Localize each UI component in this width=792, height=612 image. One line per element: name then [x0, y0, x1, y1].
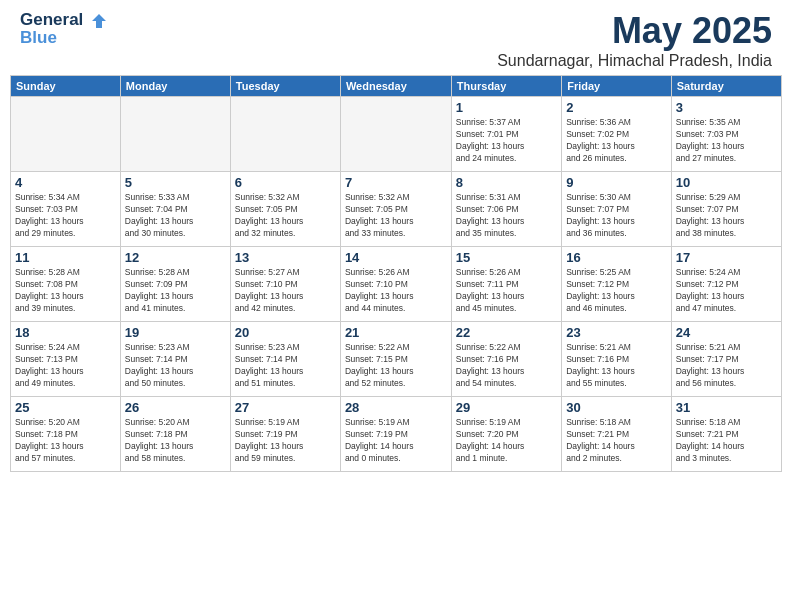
header: General Blue May 2025 Sundarnagar, Himac… — [0, 0, 792, 75]
calendar-cell: 7Sunrise: 5:32 AMSunset: 7:05 PMDaylight… — [340, 172, 451, 247]
day-info: Sunrise: 5:36 AMSunset: 7:02 PMDaylight:… — [566, 117, 667, 165]
calendar-cell: 13Sunrise: 5:27 AMSunset: 7:10 PMDayligh… — [230, 247, 340, 322]
calendar-cell: 4Sunrise: 5:34 AMSunset: 7:03 PMDaylight… — [11, 172, 121, 247]
logo-text: General Blue — [20, 10, 108, 49]
day-info: Sunrise: 5:22 AMSunset: 7:16 PMDaylight:… — [456, 342, 557, 390]
calendar-cell: 25Sunrise: 5:20 AMSunset: 7:18 PMDayligh… — [11, 397, 121, 472]
calendar-cell: 22Sunrise: 5:22 AMSunset: 7:16 PMDayligh… — [451, 322, 561, 397]
day-info: Sunrise: 5:32 AMSunset: 7:05 PMDaylight:… — [345, 192, 447, 240]
col-thursday: Thursday — [451, 76, 561, 97]
day-info: Sunrise: 5:18 AMSunset: 7:21 PMDaylight:… — [566, 417, 667, 465]
calendar-cell: 6Sunrise: 5:32 AMSunset: 7:05 PMDaylight… — [230, 172, 340, 247]
calendar-cell: 23Sunrise: 5:21 AMSunset: 7:16 PMDayligh… — [562, 322, 672, 397]
calendar-cell: 9Sunrise: 5:30 AMSunset: 7:07 PMDaylight… — [562, 172, 672, 247]
day-number: 26 — [125, 400, 226, 415]
day-number: 11 — [15, 250, 116, 265]
day-number: 8 — [456, 175, 557, 190]
calendar-cell: 10Sunrise: 5:29 AMSunset: 7:07 PMDayligh… — [671, 172, 781, 247]
calendar-cell: 26Sunrise: 5:20 AMSunset: 7:18 PMDayligh… — [120, 397, 230, 472]
day-info: Sunrise: 5:20 AMSunset: 7:18 PMDaylight:… — [15, 417, 116, 465]
day-info: Sunrise: 5:27 AMSunset: 7:10 PMDaylight:… — [235, 267, 336, 315]
location: Sundarnagar, Himachal Pradesh, India — [497, 52, 772, 70]
calendar-cell: 16Sunrise: 5:25 AMSunset: 7:12 PMDayligh… — [562, 247, 672, 322]
day-number: 2 — [566, 100, 667, 115]
calendar-cell: 21Sunrise: 5:22 AMSunset: 7:15 PMDayligh… — [340, 322, 451, 397]
logo: General Blue — [20, 10, 108, 49]
day-info: Sunrise: 5:19 AMSunset: 7:20 PMDaylight:… — [456, 417, 557, 465]
col-saturday: Saturday — [671, 76, 781, 97]
day-number: 17 — [676, 250, 777, 265]
calendar-cell: 8Sunrise: 5:31 AMSunset: 7:06 PMDaylight… — [451, 172, 561, 247]
day-number: 23 — [566, 325, 667, 340]
day-info: Sunrise: 5:30 AMSunset: 7:07 PMDaylight:… — [566, 192, 667, 240]
col-wednesday: Wednesday — [340, 76, 451, 97]
calendar-week-row-3: 11Sunrise: 5:28 AMSunset: 7:08 PMDayligh… — [11, 247, 782, 322]
day-number: 25 — [15, 400, 116, 415]
calendar-table: Sunday Monday Tuesday Wednesday Thursday… — [10, 75, 782, 472]
calendar-cell: 15Sunrise: 5:26 AMSunset: 7:11 PMDayligh… — [451, 247, 561, 322]
calendar-cell: 11Sunrise: 5:28 AMSunset: 7:08 PMDayligh… — [11, 247, 121, 322]
calendar-cell: 30Sunrise: 5:18 AMSunset: 7:21 PMDayligh… — [562, 397, 672, 472]
calendar-cell: 20Sunrise: 5:23 AMSunset: 7:14 PMDayligh… — [230, 322, 340, 397]
day-info: Sunrise: 5:23 AMSunset: 7:14 PMDaylight:… — [235, 342, 336, 390]
day-info: Sunrise: 5:33 AMSunset: 7:04 PMDaylight:… — [125, 192, 226, 240]
day-number: 5 — [125, 175, 226, 190]
calendar-cell: 12Sunrise: 5:28 AMSunset: 7:09 PMDayligh… — [120, 247, 230, 322]
calendar-cell — [340, 97, 451, 172]
calendar-cell: 5Sunrise: 5:33 AMSunset: 7:04 PMDaylight… — [120, 172, 230, 247]
day-number: 16 — [566, 250, 667, 265]
day-number: 6 — [235, 175, 336, 190]
calendar-cell: 17Sunrise: 5:24 AMSunset: 7:12 PMDayligh… — [671, 247, 781, 322]
day-info: Sunrise: 5:31 AMSunset: 7:06 PMDaylight:… — [456, 192, 557, 240]
calendar-header-row: Sunday Monday Tuesday Wednesday Thursday… — [11, 76, 782, 97]
day-number: 9 — [566, 175, 667, 190]
day-number: 18 — [15, 325, 116, 340]
day-info: Sunrise: 5:24 AMSunset: 7:13 PMDaylight:… — [15, 342, 116, 390]
day-number: 22 — [456, 325, 557, 340]
day-info: Sunrise: 5:19 AMSunset: 7:19 PMDaylight:… — [235, 417, 336, 465]
day-number: 10 — [676, 175, 777, 190]
calendar-week-row-4: 18Sunrise: 5:24 AMSunset: 7:13 PMDayligh… — [11, 322, 782, 397]
day-number: 15 — [456, 250, 557, 265]
day-number: 21 — [345, 325, 447, 340]
calendar-cell: 1Sunrise: 5:37 AMSunset: 7:01 PMDaylight… — [451, 97, 561, 172]
day-info: Sunrise: 5:20 AMSunset: 7:18 PMDaylight:… — [125, 417, 226, 465]
day-info: Sunrise: 5:34 AMSunset: 7:03 PMDaylight:… — [15, 192, 116, 240]
day-number: 1 — [456, 100, 557, 115]
day-info: Sunrise: 5:26 AMSunset: 7:11 PMDaylight:… — [456, 267, 557, 315]
month-title: May 2025 — [497, 10, 772, 52]
day-number: 27 — [235, 400, 336, 415]
calendar-cell: 29Sunrise: 5:19 AMSunset: 7:20 PMDayligh… — [451, 397, 561, 472]
day-info: Sunrise: 5:24 AMSunset: 7:12 PMDaylight:… — [676, 267, 777, 315]
calendar-cell — [230, 97, 340, 172]
day-info: Sunrise: 5:32 AMSunset: 7:05 PMDaylight:… — [235, 192, 336, 240]
day-number: 29 — [456, 400, 557, 415]
page-container: General Blue May 2025 Sundarnagar, Himac… — [0, 0, 792, 472]
calendar-week-row-1: 1Sunrise: 5:37 AMSunset: 7:01 PMDaylight… — [11, 97, 782, 172]
day-info: Sunrise: 5:25 AMSunset: 7:12 PMDaylight:… — [566, 267, 667, 315]
day-number: 7 — [345, 175, 447, 190]
day-number: 14 — [345, 250, 447, 265]
day-info: Sunrise: 5:18 AMSunset: 7:21 PMDaylight:… — [676, 417, 777, 465]
day-number: 24 — [676, 325, 777, 340]
day-number: 12 — [125, 250, 226, 265]
day-info: Sunrise: 5:29 AMSunset: 7:07 PMDaylight:… — [676, 192, 777, 240]
day-info: Sunrise: 5:19 AMSunset: 7:19 PMDaylight:… — [345, 417, 447, 465]
calendar-cell — [11, 97, 121, 172]
calendar-week-row-2: 4Sunrise: 5:34 AMSunset: 7:03 PMDaylight… — [11, 172, 782, 247]
day-info: Sunrise: 5:28 AMSunset: 7:08 PMDaylight:… — [15, 267, 116, 315]
day-number: 31 — [676, 400, 777, 415]
calendar-week-row-5: 25Sunrise: 5:20 AMSunset: 7:18 PMDayligh… — [11, 397, 782, 472]
day-number: 19 — [125, 325, 226, 340]
col-friday: Friday — [562, 76, 672, 97]
day-info: Sunrise: 5:35 AMSunset: 7:03 PMDaylight:… — [676, 117, 777, 165]
day-info: Sunrise: 5:23 AMSunset: 7:14 PMDaylight:… — [125, 342, 226, 390]
day-info: Sunrise: 5:21 AMSunset: 7:16 PMDaylight:… — [566, 342, 667, 390]
col-tuesday: Tuesday — [230, 76, 340, 97]
day-number: 20 — [235, 325, 336, 340]
calendar-cell: 3Sunrise: 5:35 AMSunset: 7:03 PMDaylight… — [671, 97, 781, 172]
calendar-cell: 28Sunrise: 5:19 AMSunset: 7:19 PMDayligh… — [340, 397, 451, 472]
day-info: Sunrise: 5:22 AMSunset: 7:15 PMDaylight:… — [345, 342, 447, 390]
calendar-cell: 14Sunrise: 5:26 AMSunset: 7:10 PMDayligh… — [340, 247, 451, 322]
day-info: Sunrise: 5:26 AMSunset: 7:10 PMDaylight:… — [345, 267, 447, 315]
